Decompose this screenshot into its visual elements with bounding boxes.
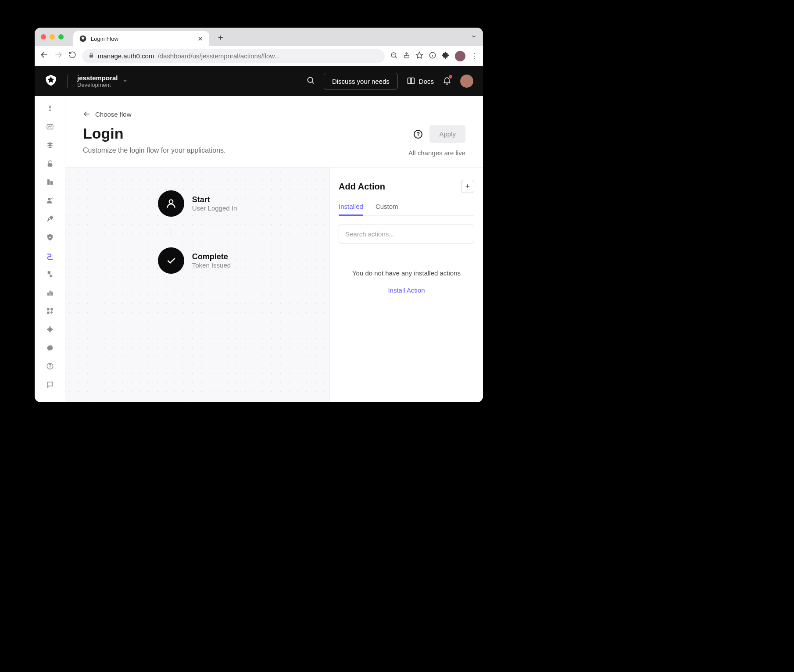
add-action-panel: Add Action + Installed Custom You do not… (329, 168, 483, 402)
url-bar[interactable]: manage.auth0.com/dashboard/us/jesstempor… (82, 49, 385, 63)
svg-rect-26 (48, 328, 52, 331)
sidebar-applications-icon[interactable] (46, 141, 54, 150)
svg-rect-17 (50, 181, 52, 185)
close-tab-icon[interactable]: ✕ (197, 35, 203, 43)
notifications-button[interactable] (443, 76, 451, 86)
close-window-button[interactable] (41, 34, 46, 39)
tab-title: Login Flow (91, 36, 118, 42)
sidebar-activity-icon[interactable] (46, 122, 54, 131)
zoom-icon[interactable] (390, 51, 398, 61)
node-subtitle: Token Issued (192, 261, 231, 269)
flow-canvas[interactable]: Start User Logged In Com (65, 168, 329, 402)
check-icon (158, 247, 184, 274)
info-icon[interactable] (429, 51, 436, 61)
sidebar-extensions-icon[interactable] (46, 325, 54, 334)
changes-live-text: All changes are live (408, 149, 465, 157)
breadcrumb[interactable]: Choose flow (83, 110, 465, 118)
arrow-left-icon (83, 110, 91, 118)
divider (67, 75, 68, 88)
svg-rect-22 (51, 292, 53, 296)
search-actions-input[interactable] (339, 225, 474, 243)
docs-link[interactable]: Docs (407, 77, 434, 86)
maximize-window-button[interactable] (58, 34, 64, 39)
svg-point-18 (48, 198, 50, 200)
url-domain: manage.auth0.com (98, 52, 154, 60)
svg-rect-30 (51, 329, 53, 330)
svg-point-35 (169, 200, 173, 204)
book-icon (407, 77, 415, 86)
sidebar-users-icon[interactable] (46, 196, 54, 205)
page-subtitle: Customize the login flow for your applic… (83, 147, 226, 154)
svg-point-19 (51, 198, 53, 199)
sidebar-organizations-icon[interactable] (46, 178, 54, 186)
help-icon[interactable]: ? (414, 130, 422, 139)
svg-rect-16 (47, 179, 50, 185)
svg-rect-15 (47, 163, 52, 167)
tenant-name: jesstemporal (77, 74, 118, 82)
sidebar-authentication-icon[interactable] (46, 159, 54, 168)
tenant-switcher[interactable]: jesstemporal Development (77, 74, 128, 88)
profile-avatar[interactable] (455, 51, 465, 61)
url-path: /dashboard/us/jesstemporal/actions/flow.… (157, 52, 279, 60)
flow-node-complete[interactable]: Complete Token Issued (158, 247, 231, 274)
app-header: jesstemporal Development Discuss your ne… (35, 66, 483, 96)
user-avatar[interactable] (460, 75, 473, 88)
panel-title: Add Action (339, 182, 385, 192)
tab-installed[interactable]: Installed (339, 203, 363, 215)
sidebar-actions-icon[interactable] (46, 251, 54, 260)
svg-rect-24 (50, 308, 53, 310)
install-action-link[interactable]: Install Action (388, 286, 425, 294)
flow-node-start[interactable]: Start User Logged In (158, 190, 237, 217)
tabs-dropdown-icon[interactable] (471, 33, 477, 41)
sidebar (35, 96, 65, 402)
svg-marker-8 (416, 52, 423, 58)
sidebar-getting-started-icon[interactable] (46, 104, 54, 113)
sidebar-security-icon[interactable] (46, 233, 54, 242)
user-icon (158, 190, 184, 217)
lock-icon (88, 52, 94, 60)
sidebar-settings-icon[interactable] (46, 343, 54, 352)
back-button[interactable] (40, 50, 49, 61)
reload-button[interactable] (68, 51, 77, 61)
share-icon[interactable] (403, 52, 410, 61)
node-title: Start (192, 195, 237, 204)
sidebar-marketplace-icon[interactable] (46, 307, 54, 315)
empty-state-text: You do not have any installed actions (339, 268, 474, 279)
sidebar-branding-icon[interactable] (46, 214, 54, 223)
window-controls (41, 34, 64, 39)
sidebar-feedback-icon[interactable] (46, 380, 54, 389)
menu-icon[interactable]: ⋮ (471, 52, 478, 60)
discuss-button[interactable]: Discuss your needs (324, 73, 398, 90)
new-tab-button[interactable]: + (218, 33, 223, 43)
sidebar-help-icon[interactable] (46, 362, 54, 371)
apply-button[interactable]: Apply (429, 125, 465, 143)
svg-rect-23 (47, 308, 49, 310)
panel-tabs: Installed Custom (339, 203, 474, 216)
minimize-window-button[interactable] (50, 34, 55, 39)
svg-point-33 (50, 368, 50, 368)
notification-dot (449, 75, 452, 79)
svg-rect-20 (47, 293, 49, 296)
tenant-env: Development (77, 82, 118, 88)
sidebar-pipes-icon[interactable] (46, 270, 54, 279)
forward-button[interactable] (54, 50, 63, 61)
search-icon[interactable] (306, 76, 315, 86)
breadcrumb-label: Choose flow (95, 111, 132, 118)
sidebar-monitoring-icon[interactable] (46, 288, 54, 297)
tab-custom[interactable]: Custom (376, 203, 398, 215)
node-subtitle: User Logged In (192, 204, 237, 212)
extensions-icon[interactable] (442, 51, 450, 61)
browser-address-bar: manage.auth0.com/dashboard/us/jesstempor… (35, 46, 483, 66)
browser-tab[interactable]: Login Flow ✕ (73, 31, 209, 46)
svg-line-13 (312, 82, 314, 84)
docs-label: Docs (419, 78, 434, 85)
svg-marker-37 (171, 234, 172, 235)
svg-rect-27 (49, 326, 50, 328)
svg-rect-28 (49, 331, 50, 332)
add-action-button[interactable]: + (461, 180, 474, 193)
svg-rect-25 (47, 312, 49, 314)
auth0-logo-icon[interactable] (44, 74, 57, 89)
favicon-icon (79, 35, 86, 42)
star-icon[interactable] (415, 51, 423, 61)
node-title: Complete (192, 252, 231, 261)
